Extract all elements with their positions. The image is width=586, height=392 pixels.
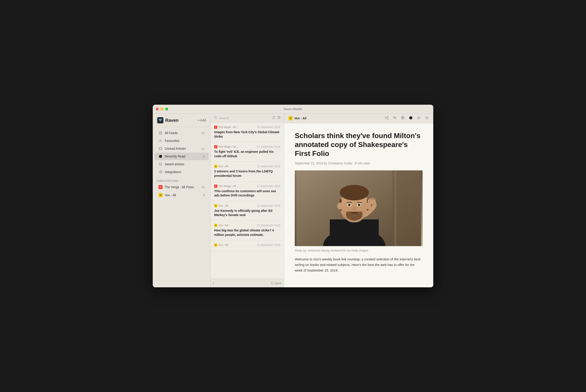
- all-feeds-label: All Feeds: [165, 131, 199, 135]
- article-title: Images from New York City's Global Clima…: [214, 130, 280, 139]
- bookmark-crossed-icon: [158, 162, 162, 166]
- verge-icon: V: [158, 185, 162, 189]
- vox-source-icon: V: [214, 204, 217, 207]
- svg-line-8: [386, 117, 387, 118]
- article-meta: V Vox - All 21 September 2019: [214, 204, 280, 207]
- subscriptions-label: SUBSCRIPTIONS: [153, 178, 210, 183]
- vox-source-icon: V: [214, 244, 217, 246]
- svg-point-10: [395, 118, 395, 119]
- sidebar-item-unread[interactable]: Unread Articles 11: [154, 145, 209, 152]
- search-input[interactable]: [219, 116, 270, 120]
- share-icon[interactable]: [385, 116, 389, 121]
- article-image: [295, 170, 423, 246]
- article-date: 20 September 2019: [257, 126, 280, 129]
- vox-icon: V: [158, 193, 162, 197]
- verge-source-icon: V: [214, 126, 217, 129]
- article-item[interactable]: V The Verge - All ... 20 September 2019 …: [211, 142, 284, 162]
- article-source: V Vox - All: [214, 165, 228, 168]
- svg-point-6: [387, 118, 388, 120]
- feed-icon: V: [289, 116, 293, 120]
- article-title: 2 winners and 3 losers from the LGBTQ pr…: [214, 169, 280, 178]
- article-date: 21 September 2019: [257, 165, 280, 168]
- svg-rect-20: [394, 170, 397, 246]
- article-date: 21 September 2019: [257, 204, 280, 207]
- globe-icon[interactable]: [401, 116, 405, 121]
- maximize-button[interactable]: [165, 108, 168, 110]
- star-icon: [158, 139, 162, 143]
- article-heading: Scholars think they've found Milton's an…: [295, 131, 423, 158]
- reader-content: Scholars think they've found Milton's an…: [284, 123, 433, 287]
- no-wifi-icon[interactable]: [393, 116, 397, 121]
- vox-label: Vox - All: [165, 193, 201, 197]
- titlebar: Raven Reader: [153, 105, 433, 114]
- feed-label: V Vox - All: [289, 116, 306, 120]
- svg-point-2: [214, 116, 216, 118]
- saved-label: Saved articles: [165, 162, 202, 166]
- article-image-container: [295, 170, 423, 246]
- star-icon[interactable]: [417, 116, 421, 121]
- svg-point-26: [337, 202, 343, 210]
- article-item[interactable]: V The Verge - All ... 20 September 2019 …: [211, 122, 284, 142]
- sync-button[interactable]: [277, 116, 281, 120]
- search-bar: [211, 114, 284, 122]
- unread-label: Unread Articles: [165, 147, 199, 150]
- window-controls: [156, 108, 168, 110]
- article-item[interactable]: V The Verge - All ... 21 September 2019 …: [211, 182, 284, 201]
- list-icon: [158, 131, 162, 135]
- favourites-label: Favourites: [165, 139, 202, 142]
- sidebar-header: Raven + Add: [153, 114, 210, 127]
- window-title: Raven Reader: [284, 107, 302, 111]
- vox-source-icon: V: [214, 224, 217, 227]
- article-list: V The Verge - All ... 20 September 2019 …: [211, 122, 284, 279]
- svg-point-31: [358, 204, 360, 206]
- article-byline: September 21, 2019 by Constance Grady · …: [295, 162, 423, 165]
- article-reader: V Vox - All: [284, 114, 433, 287]
- article-title: How big was the global climate strike? 4…: [214, 228, 280, 237]
- circle-fill-icon[interactable]: [409, 116, 413, 121]
- sidebar-item-favourites[interactable]: Favourites: [154, 137, 209, 144]
- prev-page-button[interactable]: ‹: [213, 281, 214, 285]
- refresh-button[interactable]: [272, 116, 275, 120]
- svg-rect-22: [330, 220, 379, 246]
- article-title: To fight 'evil' ICE, an engineer pulled …: [214, 150, 280, 158]
- close-button[interactable]: [156, 108, 159, 110]
- logo-text: Raven: [165, 118, 179, 123]
- article-meta: V Vox - All 21 September 2019: [214, 165, 280, 168]
- sidebar-item-vox[interactable]: V Vox - All 9: [154, 191, 209, 199]
- sidebar-item-all-feeds[interactable]: All Feeds 19: [154, 129, 209, 137]
- sidebar-item-saved[interactable]: Saved articles: [154, 160, 209, 168]
- verge-source-icon: V: [214, 185, 217, 188]
- minimize-button[interactable]: [160, 108, 163, 110]
- nav-section: All Feeds 19 Favourites: [153, 127, 210, 178]
- integrations-label: Integrations: [165, 170, 202, 174]
- sidebar-item-integrations[interactable]: Integrations: [154, 168, 209, 176]
- svg-point-16: [426, 118, 428, 118]
- toolbar-actions: [385, 116, 429, 121]
- add-button[interactable]: + Add: [198, 118, 206, 122]
- dot-icon: [158, 154, 162, 158]
- article-item[interactable]: V Vox - All 21 September 2019 Joe Kenned…: [211, 201, 284, 221]
- svg-line-9: [386, 118, 387, 119]
- verge-count: 10: [201, 186, 205, 189]
- article-source: V Vox - All: [214, 244, 228, 246]
- article-source: V The Verge - All ...: [214, 126, 239, 129]
- article-body: Welcome to Vox's weekly book link roundu…: [295, 256, 423, 273]
- settings-icon[interactable]: [425, 116, 429, 121]
- article-source: V Vox - All: [214, 224, 228, 227]
- article-list-panel: V The Verge - All ... 20 September 2019 …: [211, 114, 284, 287]
- sidebar-item-recently-read[interactable]: Recently Read 8: [154, 152, 209, 160]
- article-date: 21 September 2019: [257, 224, 280, 227]
- article-item[interactable]: V Vox - All 21 September 2019 2 winners …: [211, 162, 284, 181]
- verge-source-icon: V: [214, 145, 217, 148]
- article-date: 20 September 2019: [257, 145, 280, 148]
- article-item[interactable]: V Vox - All 21 September 2019: [211, 240, 284, 251]
- article-item[interactable]: V Vox - All 21 September 2019 How big wa…: [211, 221, 284, 240]
- article-source: V The Verge - All ...: [214, 145, 239, 148]
- unread-count: 11: [201, 147, 205, 150]
- vox-count: 9: [203, 194, 205, 197]
- recently-read-count: 8: [203, 155, 205, 158]
- article-date: 21 September 2019: [257, 244, 280, 246]
- items-count: 11 items: [271, 282, 282, 285]
- recently-read-label: Recently Read: [165, 154, 201, 158]
- sidebar-item-verge[interactable]: V The Verge - All Posts 10: [154, 183, 209, 191]
